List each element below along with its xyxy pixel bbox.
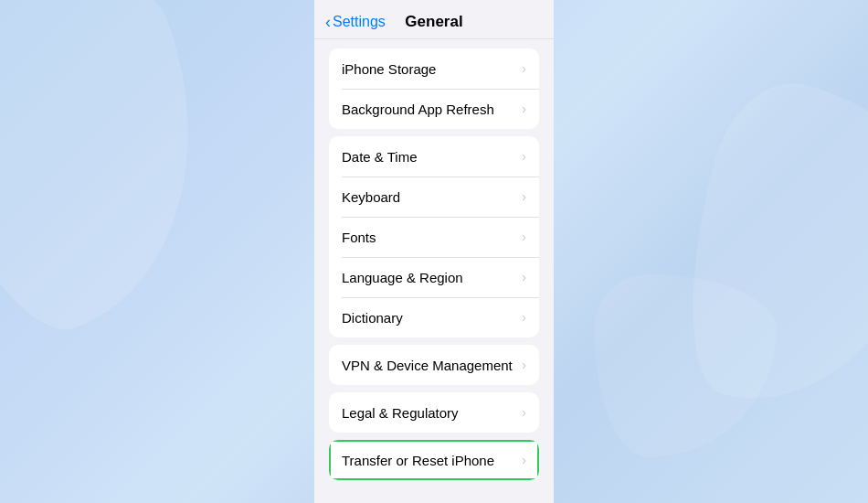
keyboard-row[interactable]: Keyboard › — [329, 177, 539, 217]
background-app-refresh-chevron: › — [522, 102, 526, 116]
fonts-row[interactable]: Fonts › — [329, 217, 539, 257]
input-group: Date & Time › Keyboard › Fonts › Languag… — [329, 136, 539, 337]
iphone-storage-chevron: › — [522, 61, 526, 76]
background-app-refresh-row[interactable]: Background App Refresh › — [329, 89, 539, 129]
language-region-chevron: › — [522, 270, 526, 284]
transfer-reset-label: Transfer or Reset iPhone — [342, 453, 494, 468]
legal-regulatory-chevron: › — [522, 405, 526, 420]
dictionary-chevron: › — [522, 310, 526, 325]
transfer-reset-chevron: › — [522, 453, 526, 467]
iphone-storage-label: iPhone Storage — [342, 61, 436, 77]
transfer-group: Transfer or Reset iPhone › — [329, 440, 539, 480]
iphone-storage-row[interactable]: iPhone Storage › — [329, 48, 539, 89]
legal-regulatory-row[interactable]: Legal & Regulatory › — [329, 392, 539, 433]
phone-panel: ‹ Settings General iPhone Storage › Back… — [314, 0, 554, 503]
vpn-device-management-chevron: › — [522, 358, 526, 372]
page-title: General — [405, 13, 462, 31]
back-chevron-icon: ‹ — [325, 14, 331, 30]
vpn-group: VPN & Device Management › — [329, 345, 539, 385]
nav-header: ‹ Settings General — [314, 0, 554, 39]
dictionary-label: Dictionary — [342, 310, 403, 326]
date-time-row[interactable]: Date & Time › — [329, 136, 539, 177]
back-button[interactable]: ‹ Settings — [325, 14, 386, 30]
date-time-chevron: › — [522, 149, 526, 164]
storage-group: iPhone Storage › Background App Refresh … — [329, 48, 539, 129]
dictionary-row[interactable]: Dictionary › — [329, 297, 539, 337]
keyboard-label: Keyboard — [342, 189, 400, 205]
legal-regulatory-label: Legal & Regulatory — [342, 405, 459, 421]
language-region-row[interactable]: Language & Region › — [329, 257, 539, 297]
vpn-device-management-row[interactable]: VPN & Device Management › — [329, 345, 539, 385]
language-region-label: Language & Region — [342, 270, 463, 285]
shutdown-label: Shut Down — [342, 500, 408, 504]
background-app-refresh-label: Background App Refresh — [342, 102, 494, 117]
vpn-device-management-label: VPN & Device Management — [342, 358, 513, 373]
transfer-reset-row[interactable]: Transfer or Reset iPhone › — [329, 440, 539, 480]
back-label: Settings — [333, 14, 386, 30]
date-time-label: Date & Time — [342, 149, 418, 165]
keyboard-chevron: › — [522, 189, 526, 204]
settings-content: iPhone Storage › Background App Refresh … — [314, 39, 554, 503]
shutdown-group: Shut Down — [329, 487, 539, 503]
shutdown-row[interactable]: Shut Down — [329, 487, 539, 503]
fonts-label: Fonts — [342, 230, 376, 245]
fonts-chevron: › — [522, 230, 526, 244]
legal-group: Legal & Regulatory › — [329, 392, 539, 433]
